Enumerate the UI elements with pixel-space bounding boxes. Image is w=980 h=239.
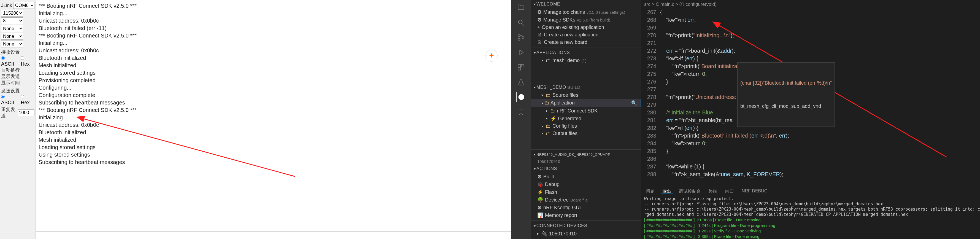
code-editor[interactable]: 267 268 269 270 271 272 273 274 275 276 … xyxy=(641,8,980,186)
serial-body: *** Booting nRF Connect SDK v2.5.0 *** I… xyxy=(36,0,511,239)
config-files-item[interactable]: 🗀 Config files xyxy=(531,123,641,130)
applications-header[interactable]: APPLICATIONS xyxy=(531,48,641,57)
nrf-connect-icon[interactable] xyxy=(516,92,526,102)
actions-header[interactable]: ACTIONS xyxy=(531,164,641,173)
vscode-window: WELCOME ⚙Manage toolchains v2.5.0 (user … xyxy=(511,0,980,239)
repeat-label: 重复发送 xyxy=(1,107,17,119)
create-board-item[interactable]: 🗎 Create a new board xyxy=(531,38,641,46)
source-files-item[interactable]: 🗀 Source files xyxy=(531,91,641,99)
open-app-item[interactable]: + Open an existing application xyxy=(531,24,641,31)
svg-rect-7 xyxy=(521,64,524,67)
generated-item[interactable]: ⚡ Generated xyxy=(531,115,641,123)
manage-sdks-item[interactable]: ⚙Manage SDKs v2.5.0 (from build) xyxy=(531,16,641,24)
port-label: JLink xyxy=(1,3,12,8)
extensions-icon[interactable] xyxy=(516,62,526,72)
showtime-label: 显示时间 xyxy=(1,80,35,86)
devicetree-action[interactable]: 🌳 Devicetree Board file xyxy=(531,196,641,204)
autowrap-label: 自动换行 xyxy=(1,67,35,73)
terminal-tab-1[interactable]: 输出 xyxy=(661,188,673,194)
terminal-tab-2[interactable]: 调试控制台 xyxy=(677,188,703,194)
ascii2-radio[interactable]: ASCII xyxy=(1,94,19,105)
flash-action[interactable]: ⚡ Flash xyxy=(531,188,641,196)
editor-area: src > C main.c > ⓕ configure(void) 267 2… xyxy=(641,0,980,239)
meshdemo-header[interactable]: MESH_DEMO build xyxy=(531,83,641,91)
svg-rect-8 xyxy=(518,67,521,70)
brand-logo-icon: ✦ xyxy=(485,49,498,62)
nrf-sdk-item[interactable]: 🗀 nRF Connect SDK xyxy=(531,107,641,115)
line-numbers: 267 268 269 270 271 272 273 274 275 276 … xyxy=(641,8,660,186)
debug-action[interactable]: 🐞 Debug xyxy=(531,180,641,188)
memory-action[interactable]: 📊 Memory report xyxy=(531,212,641,219)
flow-select[interactable]: None xyxy=(1,40,23,48)
bookmark-icon[interactable] xyxy=(516,107,526,117)
svg-point-4 xyxy=(518,38,520,40)
hex2-radio[interactable]: Hex xyxy=(21,94,35,105)
source-control-icon[interactable] xyxy=(516,32,526,43)
terminal-output[interactable]: Writing image to disable ap protect. -- … xyxy=(641,195,980,239)
svg-point-1 xyxy=(519,20,522,24)
nrf-side-panel: WELCOME ⚙Manage toolchains v2.5.0 (user … xyxy=(531,0,641,239)
connected-device[interactable]: 🔌 1050170910 xyxy=(531,230,641,237)
code-content[interactable]: { "kw">int err; "fn">printk("Initializin… xyxy=(660,8,980,186)
terminal-tabs: 问题输出调试控制台终端端口NRF DEBUG xyxy=(641,187,980,195)
debug-icon[interactable] xyxy=(516,48,526,57)
svg-point-5 xyxy=(522,37,524,38)
manage-toolchains-item[interactable]: ⚙Manage toolchains v2.5.0 (user settings… xyxy=(531,8,641,16)
activity-bar xyxy=(511,0,531,239)
recv-section-label: 接收设置 xyxy=(1,49,35,56)
terminal-panel: 问题输出调试控制台终端端口NRF DEBUG Writing image to … xyxy=(641,186,980,239)
kconfig-action[interactable]: ⚙ nRF Kconfig GUI xyxy=(531,204,641,212)
hex-radio[interactable]: Hex xyxy=(21,56,35,67)
serial-log-text: *** Booting nRF Connect SDK v2.5.0 *** I… xyxy=(36,0,511,168)
terminal-tab-4[interactable]: 端口 xyxy=(724,188,736,194)
breadcrumb[interactable]: src > C main.c > ⓕ configure(void) xyxy=(641,0,980,8)
create-app-item[interactable]: 🗎 Create a new application xyxy=(531,31,641,38)
hover-tooltip: (char [32])"Bluetooth init failed (err %… xyxy=(737,62,835,127)
connected-header[interactable]: CONNECTED DEVICES xyxy=(531,221,641,230)
serial-input-bar[interactable] xyxy=(36,231,511,239)
databits-select[interactable]: 8 xyxy=(1,18,23,24)
svg-point-9 xyxy=(519,94,524,100)
test-icon[interactable] xyxy=(516,77,526,87)
welcome-header[interactable]: WELCOME xyxy=(531,0,641,8)
search-small-icon[interactable]: 🔍 xyxy=(631,100,637,106)
board-header[interactable]: NRF5340_AUDIO_DK_NRF5340_CPUAPP xyxy=(531,151,641,158)
terminal-tab-0[interactable]: 问题 xyxy=(644,188,656,194)
terminal-tab-5[interactable]: NRF DEBUG xyxy=(740,188,769,194)
repeat-ms-input[interactable] xyxy=(18,110,35,116)
explorer-icon[interactable] xyxy=(516,3,526,13)
stopbits-select[interactable]: None xyxy=(1,25,23,32)
terminal-tab-3[interactable]: 终端 xyxy=(707,188,719,194)
serial-monitor-window: JLink COM6 115200 8 None None None 接收设置 … xyxy=(0,0,511,239)
baud-select[interactable]: 115200 xyxy=(1,10,23,16)
build-action[interactable]: ⚙ Build xyxy=(531,173,641,180)
svg-rect-6 xyxy=(518,64,521,67)
ascii-radio[interactable]: ASCII xyxy=(1,56,19,67)
serial-settings-panel: JLink COM6 115200 8 None None None 接收设置 … xyxy=(0,0,36,239)
svg-line-2 xyxy=(522,24,524,25)
showsend-label: 显示发送 xyxy=(1,73,35,80)
parity-select[interactable]: None xyxy=(1,33,23,40)
board-id: 1050170910 xyxy=(531,158,641,164)
output-files-item[interactable]: 🗀 Output files xyxy=(531,130,641,137)
port-select[interactable]: COM6 xyxy=(13,2,35,9)
search-icon[interactable] xyxy=(516,18,526,27)
application-row[interactable]: 🗀 Application🔍 xyxy=(531,99,641,107)
app-mesh-demo[interactable]: 🗀 mesh_demo (1) xyxy=(531,57,641,64)
svg-point-3 xyxy=(518,35,520,37)
send-section-label: 发送设置 xyxy=(1,88,35,94)
